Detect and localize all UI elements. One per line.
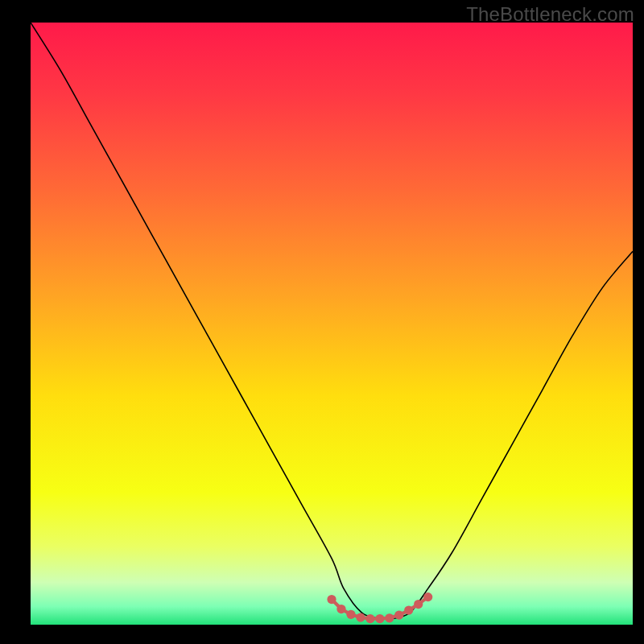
marker-layer (31, 23, 633, 625)
watermark-text: TheBottleneck.com (466, 3, 634, 26)
plot-area (31, 23, 633, 630)
chart-frame: TheBottleneck.com (0, 0, 644, 644)
